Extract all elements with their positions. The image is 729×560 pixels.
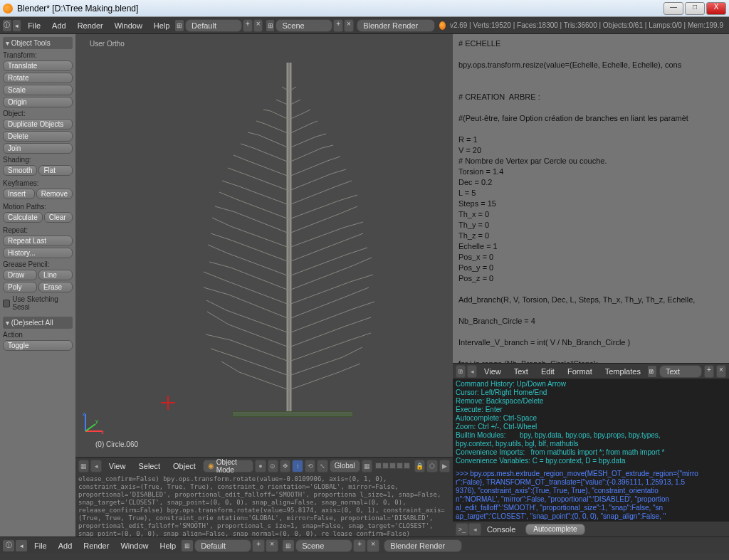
scene-del-button[interactable]: × [367, 539, 379, 552]
render-engine-dropdown[interactable]: Blender Render [384, 539, 462, 552]
gp-draw-button[interactable]: Draw [3, 270, 37, 280]
scene-add-button[interactable]: + [353, 539, 366, 552]
use-sketching-checkbox[interactable]: Use Sketching Sessi [3, 295, 73, 311]
console-menu[interactable]: Console [481, 525, 521, 534]
3d-viewport[interactable]: User Ortho [75, 34, 453, 457]
menu-window[interactable]: Window [109, 21, 148, 30]
layout-dropdown[interactable]: Default [185, 19, 242, 32]
scene-add-button[interactable]: + [333, 19, 343, 32]
layout-del-button[interactable]: × [266, 539, 278, 552]
minimize-button[interactable]: — [664, 2, 683, 15]
te-menu-text[interactable]: Text [508, 367, 534, 376]
orientation-dropdown[interactable]: Global [330, 460, 360, 472]
scene-del-button[interactable]: × [344, 19, 354, 32]
flat-button[interactable]: Flat [38, 165, 73, 176]
layout-del-button[interactable]: × [253, 19, 263, 32]
lock-camera-icon[interactable]: 🔒 [414, 460, 425, 472]
toggle-button[interactable]: Toggle [3, 340, 73, 351]
layer-button[interactable] [397, 463, 403, 469]
layer-button[interactable] [389, 463, 396, 469]
translate-button[interactable]: Translate [3, 60, 73, 71]
collapse-icon[interactable]: ◂ [468, 523, 481, 536]
repeat-label: Repeat: [3, 226, 73, 234]
insert-key-button[interactable]: Insert [3, 189, 35, 199]
layout-dropdown[interactable]: Default [194, 539, 251, 552]
remove-key-button[interactable]: Remove [36, 189, 73, 199]
deselect-header[interactable]: (De)select All [3, 317, 73, 329]
text-del-button[interactable]: × [716, 365, 726, 378]
python-console[interactable]: Command History: Up/Down Arrow Cursor: L… [453, 379, 729, 521]
te-menu-edit[interactable]: Edit [535, 367, 560, 376]
pivot-icon[interactable]: ⊙ [268, 460, 278, 472]
scene-dropdown[interactable]: Scene [276, 19, 332, 32]
collapse-icon[interactable]: ◂ [16, 540, 27, 551]
close-button[interactable]: X [706, 2, 726, 15]
menu-add[interactable]: Add [53, 541, 78, 550]
editor-type-icon[interactable]: ▦ [78, 460, 89, 472]
text-add-button[interactable]: + [704, 365, 714, 378]
manipulator-scale-icon[interactable]: ⤡ [317, 460, 327, 472]
vp-menu-select[interactable]: Select [132, 462, 166, 470]
editor-type-icon[interactable]: 🗎 [456, 365, 466, 378]
layer-button[interactable] [382, 463, 389, 469]
scale-button[interactable]: Scale [3, 85, 73, 95]
collapse-icon[interactable]: ◂ [13, 20, 21, 31]
scene-dropdown[interactable]: Scene [295, 539, 352, 552]
layers-icon[interactable]: ▦ [362, 460, 372, 472]
editor-type-icon[interactable]: ⓘ [3, 20, 11, 31]
menu-file[interactable]: File [28, 541, 53, 550]
render-preview-icon[interactable]: ▶ [439, 460, 450, 472]
shading-solid-icon[interactable]: ● [255, 460, 266, 472]
scene-browse-icon[interactable]: ⊞ [266, 20, 275, 31]
gp-line-button[interactable]: Line [38, 270, 73, 280]
text-editor[interactable]: # ECHELLE bpy.ops.transform.resize(value… [453, 34, 729, 363]
gp-erase-button[interactable]: Erase [38, 282, 73, 292]
calculate-button[interactable]: Calculate [3, 212, 43, 223]
editor-type-icon[interactable]: >_ [456, 523, 468, 536]
menu-help[interactable]: Help [148, 21, 176, 30]
scene-browse-icon[interactable]: ⊞ [283, 540, 294, 551]
delete-button[interactable]: Delete [3, 131, 73, 142]
layer-button[interactable] [404, 463, 410, 469]
menu-file[interactable]: File [22, 21, 46, 30]
collapse-icon[interactable]: ◂ [90, 460, 101, 472]
layer-button[interactable] [375, 463, 382, 469]
duplicate-button[interactable]: Duplicate Objects [3, 119, 73, 130]
text-browse-icon[interactable]: 🗎 [648, 366, 656, 377]
vp-menu-view[interactable]: View [103, 462, 132, 470]
te-menu-format[interactable]: Format [562, 367, 598, 376]
collapse-icon[interactable]: ◂ [467, 365, 477, 378]
menu-help[interactable]: Help [154, 541, 182, 550]
mode-dropdown[interactable]: ◉Object Mode [203, 460, 253, 472]
te-menu-view[interactable]: View [478, 367, 507, 376]
menu-window[interactable]: Window [115, 541, 154, 550]
smooth-button[interactable]: Smooth [3, 165, 37, 176]
manipulator-icon[interactable]: ✥ [280, 460, 290, 472]
join-button[interactable]: Join [3, 143, 73, 154]
text-file-dropdown[interactable]: Text [659, 365, 702, 378]
render-engine-dropdown[interactable]: Blender Render [357, 19, 435, 32]
layout-add-button[interactable]: + [252, 539, 265, 552]
repeat-last-button[interactable]: Repeat Last [3, 236, 73, 246]
menu-add[interactable]: Add [46, 21, 72, 30]
manipulator-rotate-icon[interactable]: ⟲ [305, 460, 315, 472]
autocomplete-button[interactable]: Autocomplete [525, 524, 584, 535]
menu-render[interactable]: Render [78, 541, 115, 550]
object-tools-header[interactable]: Object Tools [3, 37, 73, 49]
editor-type-icon[interactable]: ⓘ [3, 540, 14, 551]
menu-render[interactable]: Render [72, 21, 109, 30]
manipulator-translate-icon[interactable]: ↕ [292, 460, 303, 472]
screen-browse-icon[interactable]: ⊞ [175, 20, 184, 31]
clear-button[interactable]: Clear [44, 212, 73, 223]
snap-icon[interactable]: ⬡ [426, 460, 437, 472]
layout-add-button[interactable]: + [243, 19, 253, 32]
window-titlebar: Blender* [D:\Tree Making.blend] — □ X [0, 0, 729, 17]
rotate-button[interactable]: Rotate [3, 73, 73, 83]
vp-menu-object[interactable]: Object [167, 462, 201, 470]
te-menu-templates[interactable]: Templates [599, 367, 646, 376]
origin-button[interactable]: Origin [3, 97, 73, 107]
history-button[interactable]: History... [3, 248, 73, 258]
gp-poly-button[interactable]: Poly [3, 282, 37, 292]
screen-browse-icon[interactable]: ⊞ [182, 540, 193, 551]
maximize-button[interactable]: □ [685, 2, 705, 15]
